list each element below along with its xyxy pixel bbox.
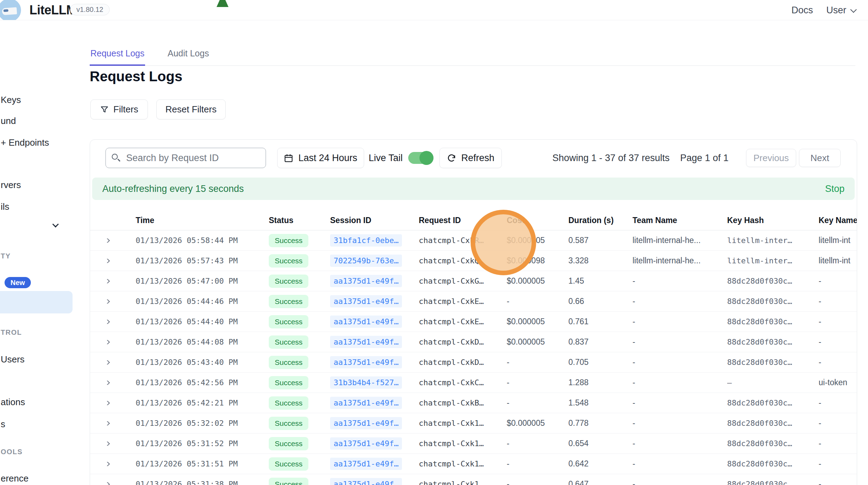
user-menu[interactable]: User [826, 5, 855, 16]
cell-request_id: chatcmpl-CxkD… [419, 338, 507, 346]
expand-chevron-icon[interactable] [104, 442, 110, 446]
cell-key_hash: 88dc28d0f030c… [727, 399, 819, 407]
top-bar: LiteLLM v1.80.12 Docs User [0, 0, 868, 20]
cell-status: Success [269, 335, 330, 349]
cell-expand [90, 462, 136, 466]
session-id-link[interactable]: 31b3b4b4-f527… [330, 376, 402, 389]
session-id-link[interactable]: aa1375d1-e49f… [330, 397, 402, 409]
cell-request_id: chatcmpl-Cxk1… [419, 459, 507, 468]
cell-session_id: aa1375d1-e49f… [330, 397, 419, 409]
next-page-button[interactable]: Next [799, 149, 841, 167]
search-input[interactable] [105, 148, 266, 168]
stop-auto-refresh-link[interactable]: Stop [825, 183, 845, 194]
cell-duration: 0.66 [568, 297, 633, 306]
session-id-link[interactable]: 7022549b-763e… [330, 255, 402, 267]
expand-chevron-icon[interactable] [104, 360, 110, 365]
request-logs-table: TimeStatusSession IDRequest IDCostDurati… [90, 210, 857, 485]
cell-session_id: aa1375d1-e49f… [330, 478, 419, 485]
cell-key_name: litellm-int [819, 256, 857, 265]
cell-status: Success [269, 437, 330, 450]
sidebar-item-logs-selected[interactable] [0, 291, 73, 313]
expand-chevron-icon[interactable] [104, 340, 110, 344]
filters-button[interactable]: Filters [90, 99, 148, 119]
cell-team: litellm-internal-he... [633, 236, 727, 245]
cell-status: Success [269, 457, 330, 471]
cell-status: Success [269, 417, 330, 430]
sidebar-item-servers[interactable]: rvers [1, 180, 21, 190]
cell-cost: - [507, 297, 568, 306]
session-id-link[interactable]: aa1375d1-e49f… [330, 478, 402, 485]
cell-expand [90, 360, 136, 365]
cell-cost: - [507, 439, 568, 448]
sidebar-item-endpoints[interactable]: + Endpoints [1, 137, 49, 148]
sidebar-item-api-reference[interactable]: erence [1, 473, 29, 484]
expand-chevron-icon[interactable] [104, 279, 110, 283]
table-row: 01/13/2026 05:31:38 PMSuccessaa1375d1-e4… [90, 474, 857, 485]
page-title: Request Logs [90, 69, 182, 84]
expand-chevron-icon[interactable] [104, 462, 110, 466]
user-menu-label[interactable]: User [826, 5, 846, 16]
sidebar-item-guardrails[interactable]: ils [1, 201, 9, 212]
session-id-link[interactable]: aa1375d1-e49f… [330, 356, 402, 368]
refresh-button[interactable]: Refresh [439, 148, 502, 168]
session-id-link[interactable]: aa1375d1-e49f… [330, 316, 402, 328]
session-id-link[interactable]: 31bfa1cf-0ebe… [330, 234, 402, 247]
cell-duration: 0.642 [568, 459, 633, 469]
status-badge: Success [269, 315, 308, 328]
sidebar-section-observability: TY [1, 252, 11, 260]
docs-link[interactable]: Docs [791, 5, 813, 16]
expand-chevron-icon[interactable] [104, 320, 110, 324]
session-id-link[interactable]: aa1375d1-e49f… [330, 458, 402, 470]
status-badge: Success [269, 335, 308, 349]
cell-key_hash: 88dc28d0f030c… [727, 297, 819, 306]
session-id-link[interactable]: aa1375d1-e49f… [330, 295, 402, 307]
column-header-time: Time [136, 216, 269, 225]
cell-expand [90, 238, 136, 243]
expand-chevron-icon[interactable] [104, 259, 110, 263]
live-tail-toggle[interactable] [408, 152, 433, 164]
session-id-link[interactable]: aa1375d1-e49f… [330, 437, 402, 450]
cell-session_id: aa1375d1-e49f… [330, 458, 419, 470]
tab-audit-logs[interactable]: Audit Logs [167, 48, 210, 66]
table-row: 01/13/2026 05:31:52 PMSuccessaa1375d1-e4… [90, 434, 857, 454]
status-badge: Success [269, 478, 308, 485]
expand-chevron-icon[interactable] [104, 238, 110, 243]
reset-filters-label: Reset Filters [165, 104, 217, 115]
session-id-link[interactable]: aa1375d1-e49f… [330, 275, 402, 287]
tab-request-logs[interactable]: Request Logs [90, 48, 145, 66]
time-range-button[interactable]: Last 24 Hours [277, 148, 364, 168]
results-count: Showing 1 - 37 of 37 results [552, 153, 670, 164]
sidebar-item-keys[interactable]: Keys [1, 95, 21, 105]
sidebar-item-users[interactable]: Users [1, 354, 25, 365]
reset-filters-button[interactable]: Reset Filters [156, 99, 226, 119]
cell-status: Success [269, 376, 330, 389]
sidebar-item-teams[interactable]: s [1, 419, 5, 430]
cell-duration: 0.647 [568, 479, 633, 485]
session-id-link[interactable]: aa1375d1-e49f… [330, 336, 402, 348]
column-header-session_id: Session ID [330, 216, 419, 225]
sidebar-section-access-control: TROL [1, 328, 22, 337]
expand-chevron-icon[interactable] [104, 381, 110, 385]
sidebar-chevron-down-icon[interactable] [52, 221, 59, 227]
sidebar-item-organizations[interactable]: ations [1, 397, 25, 408]
expand-chevron-icon[interactable] [104, 482, 110, 485]
cell-key_hash: 88dc28d0f030c… [727, 439, 819, 448]
status-badge: Success [269, 275, 308, 288]
cell-expand [90, 259, 136, 263]
expand-chevron-icon[interactable] [104, 299, 110, 304]
logs-toolbar: Last 24 Hours Live Tail Refresh Showing … [90, 140, 857, 175]
sidebar-item-playground[interactable]: und [1, 116, 16, 126]
previous-page-button[interactable]: Previous [746, 149, 796, 167]
sidebar: Keys und + Endpoints rvers ils TY New TR… [0, 20, 75, 485]
toggle-knob [419, 151, 433, 165]
auto-refresh-text: Auto-refreshing every 15 seconds [102, 183, 244, 194]
cell-expand [90, 381, 136, 385]
cell-status: Success [269, 275, 330, 288]
cell-team: - [633, 378, 727, 387]
expand-chevron-icon[interactable] [104, 401, 110, 405]
funnel-icon [100, 105, 109, 114]
cell-time: 01/13/2026 05:44:08 PM [136, 338, 269, 346]
expand-chevron-icon[interactable] [104, 421, 110, 425]
cell-duration: 1.548 [568, 398, 633, 408]
session-id-link[interactable]: aa1375d1-e49f… [330, 417, 402, 429]
